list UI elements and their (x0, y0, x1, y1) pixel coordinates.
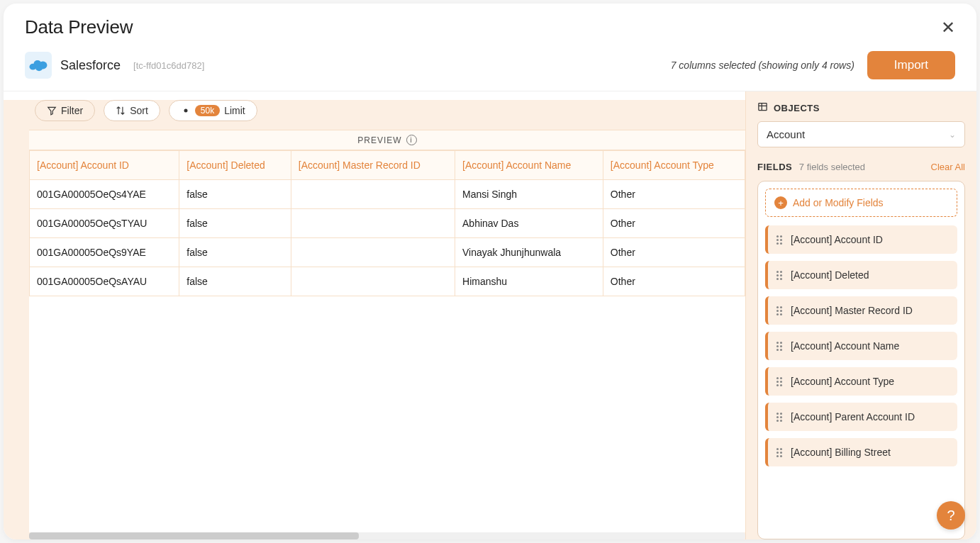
drag-handle-icon[interactable] (776, 413, 784, 422)
fields-header: FIELDS 7 fields selected Clear All (757, 162, 965, 172)
body-wrap: Filter Sort 50k Limit PREVIEW (4, 91, 976, 539)
connector-name: Salesforce (60, 58, 121, 73)
field-item[interactable]: [Account] Account Type (765, 367, 957, 396)
limit-tag: 50k (195, 105, 220, 116)
table-cell: false (179, 238, 291, 267)
drag-handle-icon[interactable] (776, 271, 784, 280)
preview-label-row: PREVIEW i (29, 130, 745, 150)
connector-info: Salesforce [tc-ffd01c6dd782] (25, 52, 204, 79)
field-item[interactable]: [Account] Deleted (765, 261, 957, 289)
sort-chip[interactable]: Sort (104, 100, 160, 121)
sort-label: Sort (130, 105, 148, 116)
filter-icon (47, 106, 57, 116)
table-cell: Vinayak Jhunjhunwala (455, 238, 603, 267)
preview-outer: Filter Sort 50k Limit PREVIEW (4, 100, 745, 539)
columns-selected-info: 7 columns selected (showing only 4 rows) (671, 60, 854, 71)
table-cell: Himanshu (455, 267, 603, 296)
close-icon[interactable]: ✕ (941, 19, 955, 36)
field-item-label: [Account] Account Name (791, 340, 899, 352)
drag-handle-icon[interactable] (776, 377, 784, 386)
modal-header: Data Preview ✕ (4, 4, 976, 51)
objects-label: OBJECTS (774, 103, 820, 113)
table-cell: false (179, 267, 291, 296)
preview-label: PREVIEW (357, 135, 401, 145)
filter-label: Filter (61, 105, 83, 116)
object-selected-value: Account (767, 128, 805, 140)
data-preview-modal: Data Preview ✕ Salesforce [tc-ffd01c6dd7… (4, 4, 976, 539)
import-button[interactable]: Import (867, 51, 955, 79)
sidebar: OBJECTS Account ⌄ FIELDS 7 fields select… (745, 91, 976, 539)
table-cell (291, 238, 455, 267)
field-item-label: [Account] Master Record ID (791, 305, 913, 316)
sort-icon (116, 106, 126, 116)
salesforce-icon (25, 52, 52, 79)
limit-icon (181, 106, 191, 116)
column-header[interactable]: [Account] Account ID (30, 151, 179, 180)
drag-handle-icon[interactable] (776, 235, 784, 245)
object-select[interactable]: Account ⌄ (757, 121, 965, 147)
field-item[interactable]: [Account] Account Name (765, 332, 957, 360)
drag-handle-icon[interactable] (776, 306, 784, 315)
fields-box: + Add or Modify Fields [Account] Account… (757, 181, 965, 539)
table-row: 001GA00005OeQs4YAEfalseMansi SinghOther (30, 180, 745, 209)
fields-selected-count: 7 fields selected (799, 162, 865, 172)
table-cell: Other (603, 180, 745, 209)
svg-point-3 (35, 66, 43, 72)
table-cell: Abhinav Das (455, 209, 603, 238)
table-cell: Other (603, 209, 745, 238)
table-cell: Mansi Singh (455, 180, 603, 209)
limit-chip[interactable]: 50k Limit (169, 100, 257, 121)
field-item-label: [Account] Account ID (791, 234, 883, 245)
limit-label: Limit (224, 105, 245, 116)
table-cell (291, 267, 455, 296)
connector-actions: 7 columns selected (showing only 4 rows)… (671, 51, 955, 79)
add-fields-button[interactable]: + Add or Modify Fields (765, 189, 957, 217)
info-icon[interactable]: i (406, 135, 417, 145)
add-fields-label: Add or Modify Fields (793, 197, 884, 208)
column-header[interactable]: [Account] Master Record ID (291, 151, 455, 180)
table-cell (291, 180, 455, 209)
drag-handle-icon[interactable] (776, 342, 784, 351)
svg-rect-6 (759, 103, 767, 111)
preview-pane: Filter Sort 50k Limit PREVIEW (4, 91, 745, 539)
table-icon (757, 101, 768, 114)
drag-handle-icon[interactable] (776, 448, 784, 457)
connector-bar: Salesforce [tc-ffd01c6dd782] 7 columns s… (4, 51, 976, 91)
column-header[interactable]: [Account] Deleted (179, 151, 291, 180)
field-item-label: [Account] Deleted (791, 269, 869, 281)
table-row: 001GA00005OeQs9YAEfalseVinayak Jhunjhunw… (30, 238, 745, 267)
field-item[interactable]: [Account] Master Record ID (765, 296, 957, 325)
field-item[interactable]: [Account] Account ID (765, 225, 957, 254)
table-cell: Other (603, 267, 745, 296)
field-item-label: [Account] Account Type (791, 376, 894, 387)
horizontal-scrollbar[interactable] (29, 532, 745, 539)
clear-all-link[interactable]: Clear All (931, 162, 965, 172)
table-cell (291, 209, 455, 238)
table-cell: false (179, 209, 291, 238)
column-header[interactable]: [Account] Account Name (455, 151, 603, 180)
svg-marker-4 (48, 107, 56, 115)
table-cell: Other (603, 238, 745, 267)
table-row: 001GA00005OeQsAYAUfalseHimanshuOther (30, 267, 745, 296)
svg-point-5 (184, 109, 187, 113)
table-cell: 001GA00005OeQsTYAU (30, 209, 179, 238)
objects-section-title: OBJECTS (757, 101, 965, 114)
page-title: Data Preview (25, 16, 133, 38)
preview-toolbar: Filter Sort 50k Limit (4, 100, 745, 121)
fields-label: FIELDS (757, 162, 792, 172)
connector-id: [tc-ffd01c6dd782] (133, 60, 204, 71)
table-cell: 001GA00005OeQsAYAU (30, 267, 179, 296)
table-scroll[interactable]: [Account] Account ID[Account] Deleted[Ac… (29, 150, 745, 532)
column-header[interactable]: [Account] Account Type (603, 151, 745, 180)
table-cell: 001GA00005OeQs4YAE (30, 180, 179, 209)
chevron-down-icon: ⌄ (949, 130, 956, 140)
table-row: 001GA00005OeQsTYAUfalseAbhinav DasOther (30, 209, 745, 238)
field-item-label: [Account] Billing Street (791, 447, 891, 458)
help-fab[interactable]: ? (937, 501, 965, 530)
plus-icon: + (774, 196, 787, 209)
field-item[interactable]: [Account] Parent Account ID (765, 403, 957, 431)
preview-table: [Account] Account ID[Account] Deleted[Ac… (29, 150, 745, 296)
table-cell: 001GA00005OeQs9YAE (30, 238, 179, 267)
filter-chip[interactable]: Filter (35, 100, 95, 121)
field-item[interactable]: [Account] Billing Street (765, 438, 957, 466)
